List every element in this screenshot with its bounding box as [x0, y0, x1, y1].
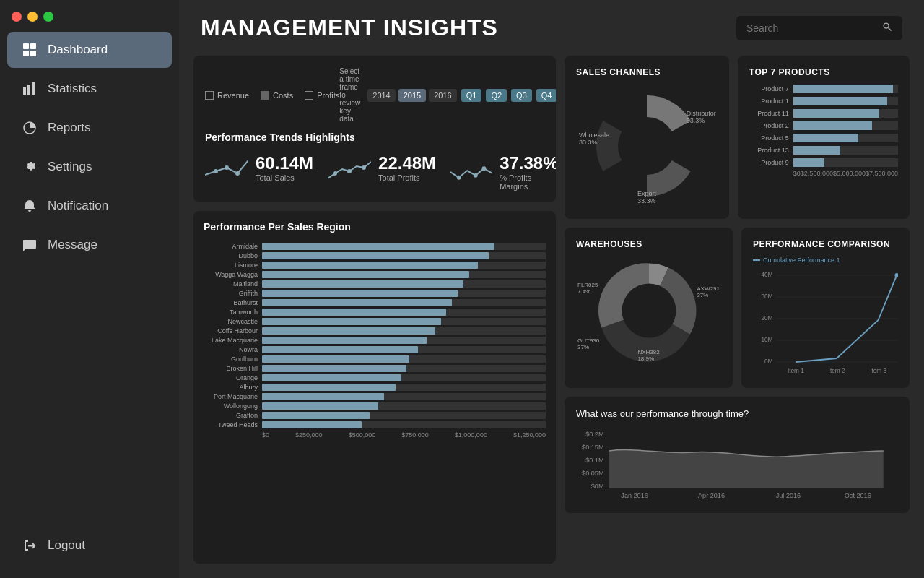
sidebar-item-dashboard-label: Dashboard [48, 43, 108, 57]
year-2014-btn[interactable]: 2014 [367, 89, 395, 102]
x-axis-label: $500,000 [349, 431, 376, 439]
sidebar-item-message[interactable]: Message [7, 227, 172, 263]
region-bar-wrap [262, 280, 546, 288]
sidebar-item-logout[interactable]: Logout [7, 527, 172, 564]
right-column: SALES CHANNELS W [565, 56, 910, 564]
q1-btn[interactable]: Q1 [461, 89, 482, 102]
region-row: Albury [204, 384, 546, 391]
label-flr025: FLR0257.4% [578, 282, 598, 295]
q2-btn[interactable]: Q2 [486, 89, 507, 102]
traffic-light-red[interactable] [12, 12, 22, 22]
svg-rect-0 [23, 43, 29, 49]
metric-margin-value: 37.38% [500, 153, 556, 173]
region-label: Nowra [204, 346, 258, 353]
q3-btn[interactable]: Q3 [511, 89, 532, 102]
search-input[interactable] [746, 22, 876, 34]
svg-rect-1 [30, 43, 36, 49]
perf-compare-svg: 40M 30M 20M 10M 0M [753, 268, 898, 376]
top7-product-label: Product 11 [749, 110, 789, 117]
svg-text:$0.05M: $0.05M [582, 470, 603, 477]
metric-margin-label: % Profits Margins [500, 173, 556, 191]
region-row: Dubbo [204, 252, 546, 259]
svg-text:$0.15M: $0.15M [582, 444, 603, 451]
region-bar-wrap [262, 309, 546, 316]
svg-text:20M: 20M [761, 314, 772, 322]
year-2016-btn[interactable]: 2016 [429, 89, 456, 102]
region-label: Albury [204, 384, 258, 391]
sales-region-card: Performance Per Sales Region Armidale Du… [193, 211, 556, 564]
label-distributor: Distributor33.3% [687, 110, 716, 124]
region-label: Tamworth [204, 309, 258, 316]
svg-text:30M: 30M [761, 293, 772, 300]
metric-total-profits: 22.48M Total Profits [328, 153, 436, 182]
sidebar-item-reports[interactable]: Reports [7, 110, 172, 146]
legend-box-costs [261, 91, 269, 100]
svg-point-19 [618, 117, 676, 175]
year-2015-btn[interactable]: 2015 [398, 89, 426, 102]
svg-rect-3 [30, 51, 36, 56]
region-bar [262, 290, 458, 297]
region-row: Tweed Heads [204, 421, 546, 428]
q4-btn[interactable]: Q4 [536, 89, 556, 102]
region-label: Broken Hill [204, 365, 258, 372]
search-icon [882, 22, 892, 35]
warehouses-donut: FLR0257.4% AXW29137% GUT93037% NXH38218.… [576, 256, 721, 365]
region-label: Tweed Heads [204, 421, 258, 428]
region-row: Tamworth [204, 309, 546, 316]
pie-chart-icon [22, 120, 38, 136]
left-column: Revenue Costs Profits Select a time fram… [193, 56, 556, 564]
region-row: Broken Hill [204, 365, 546, 372]
svg-text:$0.2M: $0.2M [585, 431, 603, 438]
region-bar [262, 374, 401, 381]
region-bar [262, 365, 406, 372]
performance-comparison-card: PERFORMANCE COMPARISON Cumulative Perfor… [741, 228, 910, 388]
gear-icon [22, 159, 38, 175]
top7-row: Product 9 [749, 158, 898, 167]
sidebar-item-notification[interactable]: Notification [7, 188, 172, 224]
label-export: Export33.3% [637, 190, 656, 204]
region-label: Newcastle [204, 318, 258, 325]
svg-point-13 [333, 171, 337, 176]
top7-product-label: Product 5 [749, 134, 789, 142]
search-box[interactable] [736, 16, 902, 40]
time-selector: Select a time frame to review key data 2… [339, 67, 556, 123]
top7-bar [793, 146, 840, 155]
perf-compare-chart: 40M 30M 20M 10M 0M [753, 268, 898, 376]
region-bar-wrap [262, 327, 546, 335]
region-row: Wagga Wagga [204, 271, 546, 278]
sparkline-margin [450, 158, 492, 186]
svg-point-31 [894, 273, 898, 277]
region-label: Orange [204, 374, 258, 381]
svg-point-8 [884, 23, 889, 28]
x-axis-label: $1,250,000 [513, 431, 546, 439]
region-bar-wrap [262, 355, 546, 363]
message-icon [22, 237, 38, 253]
region-row: Grafton [204, 412, 546, 419]
traffic-light-yellow[interactable] [27, 12, 38, 22]
metric-profit-margin: 37.38% % Profits Margins [450, 153, 556, 191]
header: MANAGEMENT INSIGHTS [179, 0, 924, 56]
region-bar [262, 243, 494, 250]
bar-chart-icon [22, 81, 38, 97]
sidebar-item-message-label: Message [48, 238, 97, 252]
sidebar-item-statistics[interactable]: Statistics [7, 71, 172, 107]
top7-title: TOP 7 PRODUCTS [749, 67, 898, 77]
region-bar [262, 271, 469, 278]
top7-bar-wrap [793, 146, 898, 155]
region-row: Nowra [204, 346, 546, 353]
region-row: Coffs Harbour [204, 327, 546, 335]
grid-icon [22, 42, 38, 58]
sidebar-item-dashboard[interactable]: Dashboard [7, 32, 172, 68]
top7-product-label: Product 7 [749, 85, 789, 92]
top7-bar [793, 134, 858, 142]
sparkline-profits [328, 153, 371, 182]
region-bar [262, 337, 427, 344]
traffic-light-green[interactable] [43, 12, 53, 22]
perf-legend: Cumulative Performance 1 [753, 256, 898, 264]
sidebar-item-settings[interactable]: Settings [7, 149, 172, 185]
svg-point-17 [474, 173, 478, 178]
svg-rect-6 [32, 82, 35, 95]
top7-bars: Product 7 Product 1 Product 11 Product 2… [749, 85, 898, 167]
right-mid-row: WAREHOUSES [565, 228, 910, 388]
top7-bar-wrap [793, 97, 898, 105]
